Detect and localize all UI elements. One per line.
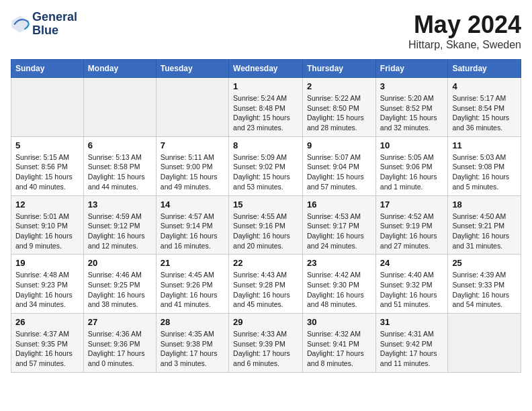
day-info: Sunrise: 4:39 AM Sunset: 9:33 PM Dayligh…	[452, 270, 517, 310]
day-number: 4	[452, 81, 517, 91]
table-row: 9Sunrise: 5:07 AM Sunset: 9:04 PM Daylig…	[303, 136, 376, 195]
table-row: 18Sunrise: 4:50 AM Sunset: 9:21 PM Dayli…	[448, 195, 521, 255]
day-info: Sunrise: 5:24 AM Sunset: 8:48 PM Dayligh…	[233, 93, 298, 133]
day-number: 14	[161, 199, 224, 210]
logo: General Blue	[11, 11, 77, 38]
day-number: 8	[233, 140, 298, 150]
header-saturday: Saturday	[448, 60, 521, 78]
table-row: 14Sunrise: 4:57 AM Sunset: 9:14 PM Dayli…	[156, 195, 228, 255]
day-info: Sunrise: 4:59 AM Sunset: 9:12 PM Dayligh…	[88, 212, 152, 251]
day-number: 10	[380, 140, 444, 150]
day-info: Sunrise: 5:17 AM Sunset: 8:54 PM Dayligh…	[452, 93, 517, 133]
day-number: 12	[15, 199, 79, 210]
day-info: Sunrise: 4:37 AM Sunset: 9:35 PM Dayligh…	[15, 329, 79, 369]
day-number: 23	[307, 258, 371, 268]
day-info: Sunrise: 4:32 AM Sunset: 9:41 PM Dayligh…	[307, 329, 371, 369]
day-number: 31	[380, 317, 444, 327]
table-row: 29Sunrise: 4:33 AM Sunset: 9:39 PM Dayli…	[229, 314, 303, 373]
table-row: 30Sunrise: 4:32 AM Sunset: 9:41 PM Dayli…	[303, 314, 376, 373]
header-wednesday: Wednesday	[229, 60, 303, 78]
table-row: 28Sunrise: 4:35 AM Sunset: 9:38 PM Dayli…	[156, 314, 228, 373]
day-info: Sunrise: 5:20 AM Sunset: 8:52 PM Dayligh…	[380, 93, 444, 133]
table-row: 7Sunrise: 5:11 AM Sunset: 9:00 PM Daylig…	[156, 136, 228, 195]
day-info: Sunrise: 4:31 AM Sunset: 9:42 PM Dayligh…	[380, 329, 444, 369]
day-number: 22	[233, 258, 298, 268]
day-info: Sunrise: 5:03 AM Sunset: 9:08 PM Dayligh…	[452, 152, 517, 192]
day-info: Sunrise: 4:53 AM Sunset: 9:17 PM Dayligh…	[307, 212, 371, 251]
day-info: Sunrise: 4:43 AM Sunset: 9:28 PM Dayligh…	[233, 270, 298, 310]
table-row: 31Sunrise: 4:31 AM Sunset: 9:42 PM Dayli…	[375, 314, 448, 373]
table-row: 12Sunrise: 5:01 AM Sunset: 9:10 PM Dayli…	[11, 195, 84, 255]
day-number: 9	[307, 140, 371, 150]
day-number: 13	[88, 199, 152, 210]
day-number: 24	[380, 258, 444, 268]
table-row: 20Sunrise: 4:46 AM Sunset: 9:25 PM Dayli…	[83, 255, 156, 314]
table-row: 10Sunrise: 5:05 AM Sunset: 9:06 PM Dayli…	[375, 136, 448, 195]
day-number: 18	[452, 199, 517, 210]
table-row: 22Sunrise: 4:43 AM Sunset: 9:28 PM Dayli…	[229, 255, 303, 314]
day-info: Sunrise: 5:01 AM Sunset: 9:10 PM Dayligh…	[15, 212, 79, 251]
day-number: 30	[307, 317, 371, 327]
day-number: 1	[233, 81, 298, 91]
day-info: Sunrise: 5:07 AM Sunset: 9:04 PM Dayligh…	[307, 152, 371, 192]
day-info: Sunrise: 4:35 AM Sunset: 9:38 PM Dayligh…	[161, 329, 224, 369]
day-info: Sunrise: 4:46 AM Sunset: 9:25 PM Dayligh…	[88, 270, 152, 310]
table-row	[448, 314, 521, 373]
table-row: 11Sunrise: 5:03 AM Sunset: 9:08 PM Dayli…	[448, 136, 521, 195]
table-row	[83, 78, 156, 137]
day-number: 11	[452, 140, 517, 150]
calendar-header: Sunday Monday Tuesday Wednesday Thursday…	[11, 60, 521, 78]
day-number: 26	[15, 317, 79, 327]
table-row: 15Sunrise: 4:55 AM Sunset: 9:16 PM Dayli…	[229, 195, 303, 255]
table-row: 24Sunrise: 4:40 AM Sunset: 9:32 PM Dayli…	[375, 255, 448, 314]
day-number: 25	[452, 258, 517, 268]
page-header: General Blue May 2024 Hittarp, Skane, Sw…	[11, 11, 521, 51]
day-info: Sunrise: 4:36 AM Sunset: 9:36 PM Dayligh…	[88, 329, 152, 369]
table-row: 23Sunrise: 4:42 AM Sunset: 9:30 PM Dayli…	[303, 255, 376, 314]
table-row: 17Sunrise: 4:52 AM Sunset: 9:19 PM Dayli…	[375, 195, 448, 255]
header-friday: Friday	[375, 60, 448, 78]
day-info: Sunrise: 5:05 AM Sunset: 9:06 PM Dayligh…	[380, 152, 444, 192]
table-row: 21Sunrise: 4:45 AM Sunset: 9:26 PM Dayli…	[156, 255, 228, 314]
day-number: 17	[380, 199, 444, 210]
day-info: Sunrise: 4:33 AM Sunset: 9:39 PM Dayligh…	[233, 329, 298, 369]
calendar-table: Sunday Monday Tuesday Wednesday Thursday…	[11, 59, 521, 373]
day-info: Sunrise: 5:13 AM Sunset: 8:58 PM Dayligh…	[88, 152, 152, 192]
day-number: 28	[161, 317, 224, 327]
table-row: 25Sunrise: 4:39 AM Sunset: 9:33 PM Dayli…	[448, 255, 521, 314]
calendar-body: 1Sunrise: 5:24 AM Sunset: 8:48 PM Daylig…	[11, 78, 521, 373]
day-info: Sunrise: 4:50 AM Sunset: 9:21 PM Dayligh…	[452, 212, 517, 251]
day-info: Sunrise: 5:09 AM Sunset: 9:02 PM Dayligh…	[233, 152, 298, 192]
header-monday: Monday	[83, 60, 156, 78]
day-info: Sunrise: 4:57 AM Sunset: 9:14 PM Dayligh…	[161, 212, 224, 251]
day-number: 16	[307, 199, 371, 210]
day-number: 6	[88, 140, 152, 150]
table-row: 13Sunrise: 4:59 AM Sunset: 9:12 PM Dayli…	[83, 195, 156, 255]
header-tuesday: Tuesday	[156, 60, 228, 78]
table-row: 4Sunrise: 5:17 AM Sunset: 8:54 PM Daylig…	[448, 78, 521, 137]
day-info: Sunrise: 4:48 AM Sunset: 9:23 PM Dayligh…	[15, 270, 79, 310]
location: Hittarp, Skane, Sweden	[408, 39, 521, 51]
day-info: Sunrise: 4:45 AM Sunset: 9:26 PM Dayligh…	[161, 270, 224, 310]
day-info: Sunrise: 4:55 AM Sunset: 9:16 PM Dayligh…	[233, 212, 298, 251]
table-row	[156, 78, 228, 137]
month-title: May 2024	[408, 11, 521, 39]
day-number: 29	[233, 317, 298, 327]
day-number: 20	[88, 258, 152, 268]
table-row: 27Sunrise: 4:36 AM Sunset: 9:36 PM Dayli…	[83, 314, 156, 373]
day-info: Sunrise: 4:52 AM Sunset: 9:19 PM Dayligh…	[380, 212, 444, 251]
logo-text: General Blue	[32, 11, 77, 38]
header-thursday: Thursday	[303, 60, 376, 78]
day-number: 7	[161, 140, 224, 150]
table-row: 26Sunrise: 4:37 AM Sunset: 9:35 PM Dayli…	[11, 314, 84, 373]
logo-icon	[11, 15, 30, 34]
table-row: 2Sunrise: 5:22 AM Sunset: 8:50 PM Daylig…	[303, 78, 376, 137]
day-number: 2	[307, 81, 371, 91]
title-block: May 2024 Hittarp, Skane, Sweden	[408, 11, 521, 51]
day-number: 19	[15, 258, 79, 268]
table-row: 8Sunrise: 5:09 AM Sunset: 9:02 PM Daylig…	[229, 136, 303, 195]
table-row: 1Sunrise: 5:24 AM Sunset: 8:48 PM Daylig…	[229, 78, 303, 137]
table-row: 19Sunrise: 4:48 AM Sunset: 9:23 PM Dayli…	[11, 255, 84, 314]
day-info: Sunrise: 4:42 AM Sunset: 9:30 PM Dayligh…	[307, 270, 371, 310]
day-number: 15	[233, 199, 298, 210]
